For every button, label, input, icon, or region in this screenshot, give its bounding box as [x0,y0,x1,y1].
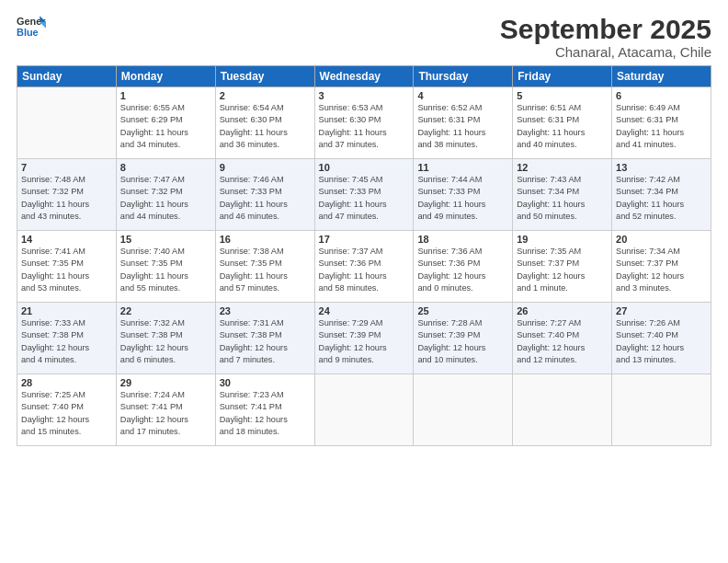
day-info: Sunrise: 7:31 AM Sunset: 7:38 PM Dayligh… [220,317,311,366]
day-number: 24 [319,305,410,316]
calendar-cell: 19Sunrise: 7:35 AM Sunset: 7:37 PM Dayli… [513,231,612,303]
header-saturday: Saturday [612,66,711,87]
calendar-cell: 10Sunrise: 7:45 AM Sunset: 7:33 PM Dayli… [314,159,414,231]
calendar-cell: 30Sunrise: 7:23 AM Sunset: 7:41 PM Dayli… [215,374,314,446]
calendar-title: September 2025 [500,14,711,44]
calendar-cell: 17Sunrise: 7:37 AM Sunset: 7:36 PM Dayli… [314,231,414,303]
day-number: 21 [21,305,112,316]
calendar-cell: 24Sunrise: 7:29 AM Sunset: 7:39 PM Dayli… [314,303,414,374]
calendar-cell: 2Sunrise: 6:54 AM Sunset: 6:30 PM Daylig… [215,87,314,159]
day-info: Sunrise: 7:27 AM Sunset: 7:40 PM Dayligh… [517,317,608,366]
day-info: Sunrise: 6:51 AM Sunset: 6:31 PM Dayligh… [517,102,608,151]
day-info: Sunrise: 7:42 AM Sunset: 7:34 PM Dayligh… [616,174,707,223]
day-info: Sunrise: 7:38 AM Sunset: 7:35 PM Dayligh… [220,246,311,294]
day-number: 18 [417,234,508,245]
calendar-cell: 28Sunrise: 7:25 AM Sunset: 7:40 PM Dayli… [17,374,117,446]
calendar-cell: 4Sunrise: 6:52 AM Sunset: 6:31 PM Daylig… [414,87,513,159]
header-sunday: Sunday [17,66,117,87]
day-info: Sunrise: 7:43 AM Sunset: 7:34 PM Dayligh… [517,174,608,223]
day-number: 20 [616,234,707,245]
day-number: 26 [517,305,608,316]
calendar-cell: 22Sunrise: 7:32 AM Sunset: 7:38 PM Dayli… [116,303,215,374]
day-number: 25 [417,305,508,316]
day-number: 28 [21,377,112,388]
day-info: Sunrise: 7:34 AM Sunset: 7:37 PM Dayligh… [616,246,707,294]
header-monday: Monday [116,66,215,87]
day-info: Sunrise: 6:52 AM Sunset: 6:31 PM Dayligh… [417,102,508,151]
calendar-cell: 29Sunrise: 7:24 AM Sunset: 7:41 PM Dayli… [116,374,215,446]
header: General Blue September 2025 Chanaral, At… [17,14,711,60]
day-number: 12 [517,162,608,173]
day-number: 23 [220,305,311,316]
header-thursday: Thursday [414,66,513,87]
day-info: Sunrise: 7:36 AM Sunset: 7:36 PM Dayligh… [417,246,508,294]
day-number: 4 [417,90,508,101]
day-number: 3 [319,90,410,101]
day-info: Sunrise: 6:54 AM Sunset: 6:30 PM Dayligh… [220,102,311,151]
calendar-cell: 1Sunrise: 6:55 AM Sunset: 6:29 PM Daylig… [116,87,215,159]
day-info: Sunrise: 7:47 AM Sunset: 7:32 PM Dayligh… [120,174,211,223]
calendar-cell: 23Sunrise: 7:31 AM Sunset: 7:38 PM Dayli… [215,303,314,374]
day-info: Sunrise: 7:41 AM Sunset: 7:35 PM Dayligh… [21,246,112,294]
day-info: Sunrise: 7:37 AM Sunset: 7:36 PM Dayligh… [319,246,410,294]
day-info: Sunrise: 7:24 AM Sunset: 7:41 PM Dayligh… [120,389,211,438]
calendar-cell: 5Sunrise: 6:51 AM Sunset: 6:31 PM Daylig… [513,87,612,159]
day-number: 2 [220,90,311,101]
day-info: Sunrise: 7:33 AM Sunset: 7:38 PM Dayligh… [21,317,112,366]
day-info: Sunrise: 7:28 AM Sunset: 7:39 PM Dayligh… [417,317,508,366]
page: General Blue September 2025 Chanaral, At… [0,0,728,563]
day-info: Sunrise: 7:46 AM Sunset: 7:33 PM Dayligh… [220,174,311,223]
weekday-header-row: Sunday Monday Tuesday Wednesday Thursday… [17,66,711,87]
calendar-cell: 16Sunrise: 7:38 AM Sunset: 7:35 PM Dayli… [215,231,314,303]
calendar-week-row: 21Sunrise: 7:33 AM Sunset: 7:38 PM Dayli… [17,303,711,374]
title-block: September 2025 Chanaral, Atacama, Chile [500,14,711,60]
logo-icon: General Blue [17,14,46,40]
day-number: 9 [220,162,311,173]
day-number: 29 [120,377,211,388]
calendar-cell [513,374,612,446]
calendar-cell [612,374,711,446]
day-info: Sunrise: 7:44 AM Sunset: 7:33 PM Dayligh… [417,174,508,223]
day-number: 19 [517,234,608,245]
calendar-cell: 8Sunrise: 7:47 AM Sunset: 7:32 PM Daylig… [116,159,215,231]
calendar-cell [414,374,513,446]
day-info: Sunrise: 7:25 AM Sunset: 7:40 PM Dayligh… [21,389,112,438]
calendar-subtitle: Chanaral, Atacama, Chile [500,44,711,60]
day-number: 15 [120,234,211,245]
day-info: Sunrise: 7:23 AM Sunset: 7:41 PM Dayligh… [220,389,311,438]
calendar-cell: 12Sunrise: 7:43 AM Sunset: 7:34 PM Dayli… [513,159,612,231]
day-info: Sunrise: 7:32 AM Sunset: 7:38 PM Dayligh… [120,317,211,366]
calendar-cell: 27Sunrise: 7:26 AM Sunset: 7:40 PM Dayli… [612,303,711,374]
day-info: Sunrise: 7:45 AM Sunset: 7:33 PM Dayligh… [319,174,410,223]
day-number: 10 [319,162,410,173]
day-number: 17 [319,234,410,245]
day-info: Sunrise: 6:55 AM Sunset: 6:29 PM Dayligh… [120,102,211,151]
day-number: 22 [120,305,211,316]
calendar-cell: 25Sunrise: 7:28 AM Sunset: 7:39 PM Dayli… [414,303,513,374]
header-friday: Friday [513,66,612,87]
day-number: 11 [417,162,508,173]
logo: General Blue [17,14,48,40]
svg-text:Blue: Blue [17,27,39,38]
day-number: 8 [120,162,211,173]
day-info: Sunrise: 6:53 AM Sunset: 6:30 PM Dayligh… [319,102,410,151]
calendar-cell: 9Sunrise: 7:46 AM Sunset: 7:33 PM Daylig… [215,159,314,231]
calendar-cell: 21Sunrise: 7:33 AM Sunset: 7:38 PM Dayli… [17,303,117,374]
calendar-cell: 11Sunrise: 7:44 AM Sunset: 7:33 PM Dayli… [414,159,513,231]
calendar-week-row: 7Sunrise: 7:48 AM Sunset: 7:32 PM Daylig… [17,159,711,231]
day-number: 5 [517,90,608,101]
day-number: 1 [120,90,211,101]
day-number: 14 [21,234,112,245]
day-info: Sunrise: 7:26 AM Sunset: 7:40 PM Dayligh… [616,317,707,366]
calendar-cell: 14Sunrise: 7:41 AM Sunset: 7:35 PM Dayli… [17,231,117,303]
calendar-cell: 7Sunrise: 7:48 AM Sunset: 7:32 PM Daylig… [17,159,117,231]
calendar-cell: 6Sunrise: 6:49 AM Sunset: 6:31 PM Daylig… [612,87,711,159]
day-number: 13 [616,162,707,173]
day-info: Sunrise: 6:49 AM Sunset: 6:31 PM Dayligh… [616,102,707,151]
day-info: Sunrise: 7:48 AM Sunset: 7:32 PM Dayligh… [21,174,112,223]
day-number: 27 [616,305,707,316]
calendar-cell: 13Sunrise: 7:42 AM Sunset: 7:34 PM Dayli… [612,159,711,231]
calendar-cell [17,87,117,159]
calendar-week-row: 14Sunrise: 7:41 AM Sunset: 7:35 PM Dayli… [17,231,711,303]
calendar-cell: 26Sunrise: 7:27 AM Sunset: 7:40 PM Dayli… [513,303,612,374]
